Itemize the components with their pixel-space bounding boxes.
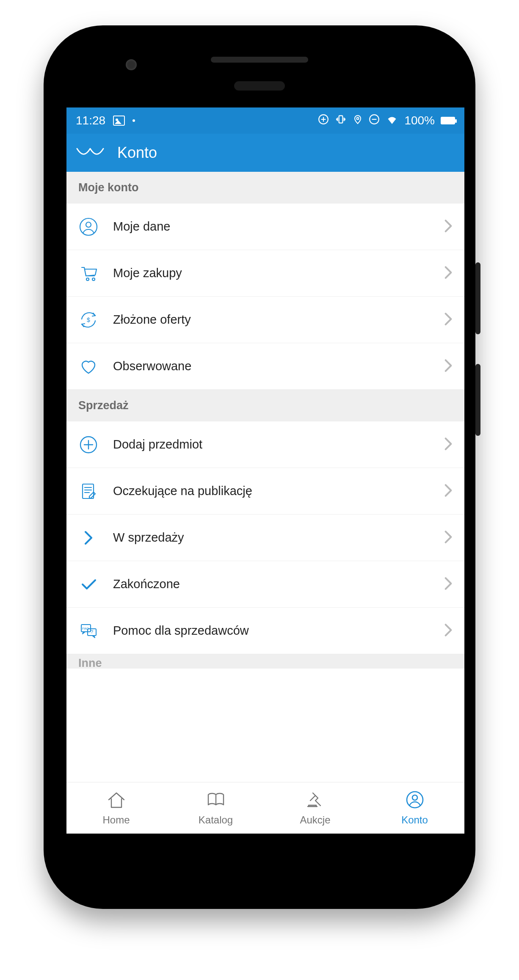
battery-percent: 100%: [404, 114, 435, 127]
chevron-right-icon: [444, 437, 453, 452]
svg-rect-1: [339, 116, 343, 123]
nav-label: Katalog: [199, 814, 233, 826]
svg-point-7: [92, 278, 95, 281]
picture-icon: [113, 116, 125, 126]
dnd-icon: [369, 114, 380, 128]
list-item-seller-help[interactable]: FAQ ? Pomoc dla sprzedawców: [66, 608, 464, 654]
list-item-label: Dodaj przedmiot: [113, 438, 430, 451]
phone-notch: [234, 81, 285, 91]
screen: 11:28: [66, 107, 464, 834]
check-icon: [78, 575, 99, 594]
phone-inner: 11:28: [50, 31, 469, 903]
heart-icon: [78, 357, 99, 376]
money-refresh-icon: $: [78, 311, 99, 329]
document-edit-icon: [78, 482, 99, 501]
svg-point-2: [357, 117, 359, 119]
nav-label: Konto: [401, 814, 428, 826]
list-item-pending[interactable]: Oczekujące na publikację: [66, 468, 464, 515]
phone-frame: 11:28: [44, 25, 475, 909]
faq-bubble-icon: FAQ ?: [78, 622, 99, 640]
book-icon: [206, 790, 226, 812]
svg-point-16: [412, 795, 417, 800]
list-item-label: Pomoc dla sprzedawców: [113, 624, 430, 638]
svg-text:$: $: [87, 317, 90, 323]
user-circle-icon: [405, 790, 425, 812]
list-item-add-item[interactable]: Dodaj przedmiot: [66, 421, 464, 468]
chevron-right-icon: [444, 359, 453, 374]
list-item-label: Oczekujące na publikację: [113, 484, 430, 498]
list-item-my-purchases[interactable]: Moje zakupy: [66, 250, 464, 297]
list-item-label: Moje zakupy: [113, 266, 430, 280]
bottom-nav: Home Katalog Aukcje: [66, 782, 464, 834]
nav-auctions[interactable]: Aukcje: [265, 782, 365, 834]
phone-side-button: [475, 364, 480, 436]
svg-text:FAQ: FAQ: [82, 627, 89, 630]
app-logo-icon: [76, 144, 105, 161]
status-dot-icon: [133, 119, 135, 122]
app-title: Konto: [117, 144, 157, 162]
section-header-selling: Sprzedaż: [66, 390, 464, 421]
list-item-label: W sprzedaży: [113, 531, 430, 545]
phone-speaker: [211, 57, 308, 63]
nav-home[interactable]: Home: [66, 782, 166, 834]
section-header-account: Moje konto: [66, 172, 464, 204]
chevron-right-icon: [444, 266, 453, 281]
phone-camera: [126, 59, 137, 70]
status-time: 11:28: [76, 114, 105, 127]
chevron-right-icon: [444, 623, 453, 639]
list-item-label: Obserwowane: [113, 359, 430, 373]
list-item-offers[interactable]: $ Złożone oferty: [66, 297, 464, 343]
svg-rect-10: [83, 484, 94, 498]
nav-account[interactable]: Konto: [365, 782, 464, 834]
gavel-icon: [305, 790, 326, 812]
home-icon: [106, 790, 127, 812]
content-scroll[interactable]: Moje konto Moje dane Moje zakupy: [66, 172, 464, 782]
wifi-icon: [386, 116, 398, 126]
list-item-watched[interactable]: Obserwowane: [66, 343, 464, 390]
status-bar: 11:28: [66, 107, 464, 134]
list-item-on-sale[interactable]: W sprzedaży: [66, 515, 464, 561]
cart-icon: [78, 264, 99, 283]
chevron-right-icon: [444, 577, 453, 592]
chevron-right-icon: [444, 312, 453, 328]
app-header: Konto: [66, 134, 464, 172]
location-icon: [353, 114, 363, 128]
svg-point-6: [86, 278, 89, 281]
list-item-label: Moje dane: [113, 220, 430, 234]
user-circle-icon: [78, 217, 99, 236]
list-item-my-data[interactable]: Moje dane: [66, 204, 464, 250]
battery-icon: [441, 117, 455, 124]
vibrate-icon: [335, 114, 347, 128]
phone-side-button: [475, 262, 480, 334]
section-header-other: Inne: [66, 654, 464, 669]
chevron-right-blue-icon: [78, 529, 99, 547]
plus-circle-icon: [78, 435, 99, 454]
svg-text:?: ?: [91, 629, 93, 634]
list-item-finished[interactable]: Zakończone: [66, 561, 464, 608]
chevron-right-icon: [444, 219, 453, 234]
list-item-label: Zakończone: [113, 577, 430, 591]
list-item-label: Złożone oferty: [113, 313, 430, 327]
chevron-right-icon: [444, 484, 453, 499]
nav-catalog[interactable]: Katalog: [166, 782, 265, 834]
data-saver-icon: [318, 114, 329, 128]
svg-point-5: [86, 222, 91, 227]
nav-label: Home: [102, 814, 130, 826]
nav-label: Aukcje: [300, 814, 330, 826]
chevron-right-icon: [444, 530, 453, 545]
